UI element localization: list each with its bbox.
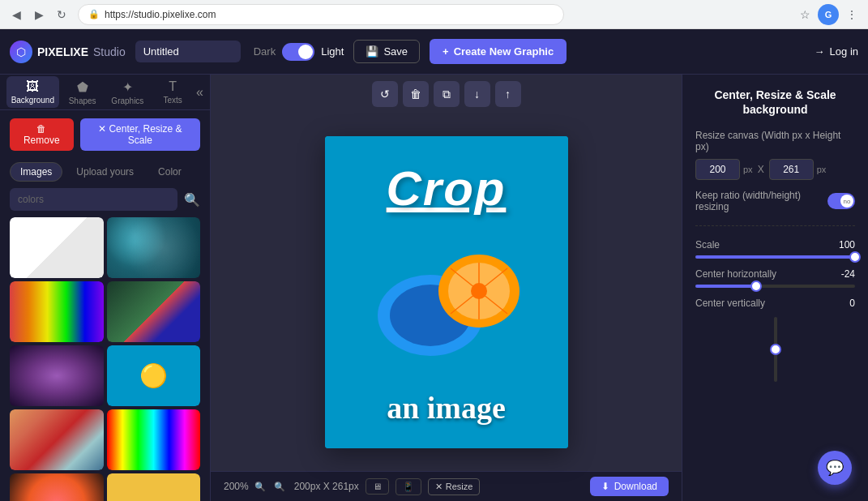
browser-nav-buttons: ◀ ▶ ↻ <box>6 5 71 24</box>
canvas-area: ↺ 🗑 ⧉ ↓ ↑ Crop <box>211 75 682 501</box>
sidebar-tab-background[interactable]: 🖼 Background <box>6 76 59 108</box>
theme-switch[interactable] <box>282 43 314 61</box>
image-thumb-6[interactable]: 🟡 <box>107 345 201 406</box>
download-label: Download <box>614 481 657 492</box>
address-bar[interactable]: 🔒 https://studio.pixelixe.com <box>78 4 564 25</box>
keep-ratio-toggle[interactable]: no <box>827 193 855 209</box>
lock-icon: 🔒 <box>88 9 100 19</box>
theme-toggle: Dark Light <box>254 43 344 61</box>
left-sidebar: 🖼 Background ⬟ Shapes ✦ Graphics T Texts… <box>0 75 211 501</box>
canvas-frame[interactable]: Crop <box>325 136 568 448</box>
scale-slider-thumb[interactable] <box>849 251 861 263</box>
bookmark-button[interactable]: ☆ <box>795 5 815 24</box>
center-resize-scale-button[interactable]: ✕ Center, Resize & Scale <box>80 118 200 151</box>
delete-button[interactable]: 🗑 <box>403 81 429 107</box>
height-input-group: px <box>769 159 827 180</box>
download-button[interactable]: ⬇ Download <box>590 477 669 496</box>
height-input[interactable] <box>769 159 814 180</box>
chat-icon: 💬 <box>826 459 844 477</box>
sub-tab-color[interactable]: Color <box>148 162 192 182</box>
zoom-out-button[interactable]: 🔍 <box>252 478 268 495</box>
login-button[interactable]: → Log in <box>815 45 858 58</box>
move-up-button[interactable]: ↑ <box>495 81 521 107</box>
sidebar-tab-graphics[interactable]: ✦ Graphics <box>106 76 149 109</box>
shapes-icon: ⬟ <box>77 79 88 95</box>
search-icon[interactable]: 🔍 <box>184 192 200 208</box>
save-label: Save <box>383 45 408 58</box>
forward-button[interactable]: ▶ <box>29 5 49 24</box>
sub-tab-upload[interactable]: Upload yours <box>66 162 144 182</box>
center-h-slider-track[interactable] <box>695 285 855 288</box>
browser-chrome: ◀ ▶ ↻ 🔒 https://studio.pixelixe.com ☆ G … <box>0 0 868 29</box>
panel-title: Center, Resize & Scale background <box>695 88 855 117</box>
image-thumb-5[interactable] <box>10 345 104 406</box>
resize-button[interactable]: ✕ Resize <box>428 478 481 495</box>
canvas-wrapper: Crop <box>325 113 568 471</box>
undo-button[interactable]: ↺ <box>372 81 398 107</box>
width-input[interactable] <box>695 159 740 180</box>
center-h-slider-thumb[interactable] <box>750 280 762 292</box>
image-thumb-4[interactable] <box>107 281 201 342</box>
create-new-graphic-button[interactable]: + Create New Graphic <box>430 39 567 64</box>
keep-ratio-value: no <box>844 198 851 205</box>
chat-fab-button[interactable]: 💬 <box>818 451 852 485</box>
back-button[interactable]: ◀ <box>6 5 26 24</box>
sidebar-collapse-button[interactable]: « <box>196 85 203 100</box>
image-thumb-7[interactable] <box>10 409 104 470</box>
image-thumb-9[interactable] <box>10 473 104 501</box>
reload-button[interactable]: ↻ <box>52 5 71 24</box>
logo-icon: ⬡ <box>10 41 32 63</box>
svg-point-7 <box>471 283 487 299</box>
image-thumb-10[interactable] <box>107 473 201 501</box>
sub-tab-images[interactable]: Images <box>10 162 62 182</box>
download-icon: ⬇ <box>601 481 609 492</box>
app-container: ⬡ PIXELIXE Studio Dark Light 💾 Save + Cr… <box>0 29 868 501</box>
zoom-in-button[interactable]: 🔍 <box>272 478 288 495</box>
zoom-info: 200% 🔍 🔍 <box>224 478 288 495</box>
image-thumb-8[interactable] <box>107 409 201 470</box>
x-separator: X <box>758 164 764 175</box>
divider-1 <box>695 225 855 226</box>
profile-button[interactable]: G <box>818 4 839 25</box>
image-thumb-3[interactable] <box>10 281 104 342</box>
remove-button[interactable]: 🗑 Remove <box>10 118 74 151</box>
canvas-image-placeholder <box>366 250 528 356</box>
width-px-label: px <box>743 165 753 174</box>
background-icon: 🖼 <box>26 79 39 94</box>
width-input-group: px <box>695 159 753 180</box>
zoom-percent: 200% <box>224 481 249 492</box>
document-title-input[interactable] <box>135 41 241 62</box>
mobile-view-button[interactable]: 📱 <box>396 478 421 495</box>
canvas-size-label: Resize canvas (Width px x Height px) <box>695 130 855 152</box>
duplicate-button[interactable]: ⧉ <box>434 81 460 107</box>
sidebar-tabs: 🖼 Background ⬟ Shapes ✦ Graphics T Texts… <box>0 75 210 110</box>
right-panel: Center, Resize & Scale background Resize… <box>682 75 868 501</box>
scale-label: Scale <box>695 239 720 250</box>
save-button[interactable]: 💾 Save <box>353 40 420 63</box>
texts-icon: T <box>169 79 177 94</box>
image-thumb-2[interactable] <box>107 217 201 278</box>
save-icon: 💾 <box>366 45 378 58</box>
move-down-button[interactable]: ↓ <box>464 81 490 107</box>
center-v-slider-row: Center vertically 0 <box>695 298 855 382</box>
center-v-slider-thumb[interactable] <box>770 344 781 355</box>
browser-action-buttons: ☆ G ⋮ <box>795 4 862 25</box>
center-v-label: Center vertically <box>695 298 765 309</box>
main-layout: 🖼 Background ⬟ Shapes ✦ Graphics T Texts… <box>0 75 868 501</box>
sidebar-tab-shapes[interactable]: ⬟ Shapes <box>62 76 103 109</box>
texts-tab-label: Texts <box>163 96 182 105</box>
keep-ratio-row: Keep ratio (width/height) resizing no <box>695 190 855 212</box>
plus-icon: + <box>443 45 449 58</box>
resize-label: Resize <box>446 482 473 491</box>
image-thumb-1[interactable] <box>10 217 104 278</box>
desktop-view-button[interactable]: 🖥 <box>366 478 389 495</box>
scale-slider-track[interactable] <box>695 255 855 259</box>
sidebar-tab-texts[interactable]: T Texts <box>152 76 193 108</box>
more-button[interactable]: ⋮ <box>842 5 862 24</box>
toggle-knob <box>298 45 313 59</box>
resize-canvas-section: Resize canvas (Width px x Height px) px … <box>695 130 855 180</box>
orange-svg <box>366 250 528 356</box>
search-input[interactable] <box>10 188 177 211</box>
canvas-title-text: Crop <box>387 161 507 216</box>
center-v-slider-track[interactable] <box>774 317 777 382</box>
